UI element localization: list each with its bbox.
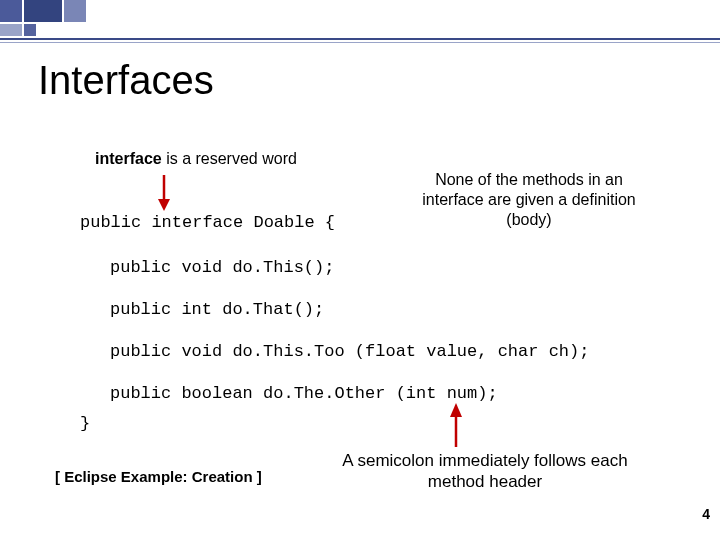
eclipse-example-link[interactable]: [ Eclipse Example: Creation ] [55,468,262,485]
slide-title: Interfaces [38,58,214,103]
annotation-no-body: None of the methods in an interface are … [414,170,644,230]
annotation-reserved-keyword: interface [95,150,162,167]
arrow-up-icon [448,403,464,447]
annotation-reserved-rest: is a reserved word [162,150,297,167]
arrow-down-icon [156,175,172,211]
slide-corner-decoration [0,0,86,36]
code-line-6: } [80,414,90,434]
svg-marker-3 [450,403,462,417]
code-line-4: public void do.This.Too (float value, ch… [110,342,589,362]
svg-marker-1 [158,199,170,211]
code-line-3: public int do.That(); [110,300,324,320]
page-number: 4 [702,506,710,522]
code-line-2: public void do.This(); [110,258,334,278]
header-subrule [0,42,720,43]
code-line-1: public interface Doable { [80,213,335,233]
annotation-reserved-word: interface is a reserved word [95,150,297,168]
header-rule [0,38,720,40]
annotation-semicolon: A semicolon immediately follows each met… [340,450,630,493]
code-line-5: public boolean do.The.Other (int num); [110,384,498,404]
